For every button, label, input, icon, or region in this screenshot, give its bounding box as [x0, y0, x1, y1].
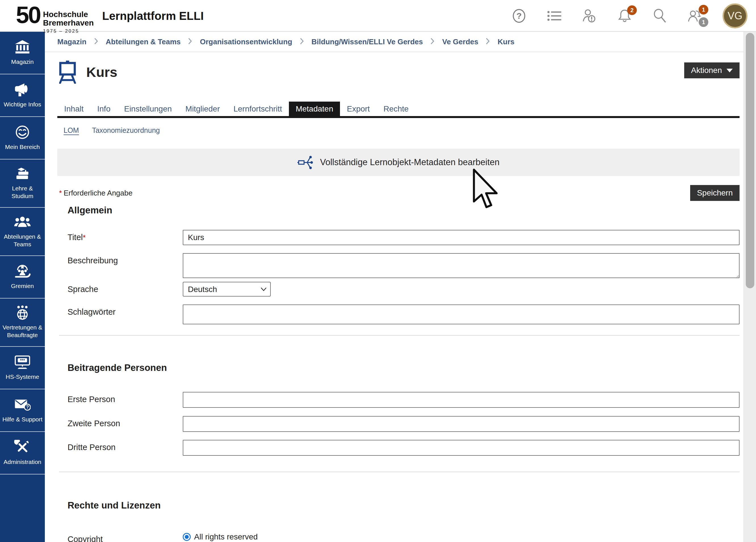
required-marker: * [83, 233, 86, 242]
section-divider [59, 335, 740, 336]
sidebar: Magazin Wichtige Infos Mein [0, 32, 45, 542]
sidebar-item-mein-bereich[interactable]: Mein Bereich [0, 117, 45, 159]
contacts-badge-bottom: 1 [699, 17, 708, 27]
chevron-right-icon [486, 37, 490, 46]
sidebar-item-lehre-studium[interactable]: Lehre & Studium [0, 159, 45, 208]
app-title: Lernplattform ELLI [102, 10, 204, 22]
books-icon [14, 166, 31, 181]
logo-years: 1975 – 2025 [43, 28, 94, 34]
contacts-badge-top: 1 [699, 5, 708, 14]
sidebar-item-gremien[interactable]: Gremien [0, 256, 45, 299]
page-title-row: Kurs Aktionen [57, 59, 740, 85]
tab-export[interactable]: Export [340, 102, 377, 116]
course-easel-icon [58, 60, 77, 84]
tab-bar: Inhalt Info Einstellungen Mitglieder Ler… [57, 102, 740, 118]
tab-info[interactable]: Info [91, 102, 117, 116]
page-content: Kurs Aktionen Inhalt Info Einstellungen … [45, 59, 744, 542]
beschreibung-textarea[interactable] [183, 253, 740, 278]
zweite-person-input[interactable] [183, 416, 740, 432]
notifications-badge: 2 [627, 5, 637, 15]
user-status-icon[interactable] [582, 8, 597, 24]
sidebar-item-abteilungen-teams[interactable]: Abteilungen & Teams [0, 208, 45, 256]
sidebar-item-vertretungen[interactable]: Vertretungen & Beauftragte [0, 299, 45, 347]
chevron-right-icon [430, 37, 435, 46]
logo-line1: Hochschule [43, 10, 94, 19]
page-title: Kurs [86, 64, 117, 80]
save-button[interactable]: Speichern [690, 185, 740, 201]
chevron-right-icon [300, 37, 304, 46]
dritte-person-input[interactable] [183, 440, 740, 456]
vertical-scrollbar[interactable] [744, 32, 756, 542]
section-heading-allgemein: Allgemein [68, 205, 740, 217]
form-row-beschreibung: Beschreibung [68, 253, 740, 279]
erste-person-label: Erste Person [68, 392, 183, 408]
metadata-tree-icon [297, 155, 314, 170]
copyright-radio[interactable] [183, 533, 191, 541]
form-row-erste-person: Erste Person [68, 392, 740, 408]
breadcrumb: Magazin Abteilungen & Teams Organisation… [45, 32, 744, 52]
subtab-taxonomiezuordnung[interactable]: Taxonomiezuordnung [92, 126, 160, 135]
people-group-icon [14, 215, 31, 229]
sidebar-item-administration[interactable]: Administration [0, 432, 45, 474]
breadcrumb-item[interactable]: Magazin [57, 37, 87, 46]
subtab-lom[interactable]: LOM [64, 126, 79, 135]
sidebar-item-magazin[interactable]: Magazin [0, 32, 45, 74]
caret-down-icon [726, 69, 733, 72]
svg-text:***: *** [20, 358, 25, 363]
breadcrumb-item[interactable]: Kurs [497, 37, 514, 46]
copyright-option-label: All rights reserved [194, 532, 258, 541]
logo-line2: Bremerhaven [43, 19, 94, 27]
search-icon[interactable] [652, 8, 667, 24]
list-icon[interactable] [547, 8, 562, 24]
smiley-icon [14, 125, 31, 140]
avatar[interactable]: VG [723, 3, 747, 28]
breadcrumb-item[interactable]: Bildung/Wissen/ELLI Ve Gerdes [312, 37, 423, 46]
titel-label: Titel* [68, 230, 183, 245]
form-row-sprache: Sprache Deutsch [68, 282, 740, 297]
main-content: Magazin Abteilungen & Teams Organisation… [45, 32, 744, 542]
screen: 50 Hochschule Bremerhaven 1975 – 2025 Le… [0, 0, 756, 542]
svg-text:?: ? [26, 404, 29, 409]
schlagwoerter-label: Schlagwörter [68, 304, 183, 324]
mail-question-icon: ? [14, 397, 31, 412]
tab-einstellungen[interactable]: Einstellungen [117, 102, 179, 116]
sidebar-item-wichtige-infos[interactable]: Wichtige Infos [0, 74, 45, 117]
top-bar: 50 Hochschule Bremerhaven 1975 – 2025 Le… [0, 0, 756, 32]
beschreibung-label: Beschreibung [68, 253, 183, 279]
titel-input[interactable] [183, 230, 740, 245]
svg-text:?: ? [516, 11, 522, 20]
section-heading-rechte: Rechte und Lizenzen [68, 500, 740, 512]
tab-inhalt[interactable]: Inhalt [57, 102, 91, 116]
schlagwoerter-input[interactable] [183, 304, 740, 324]
dritte-person-label: Dritte Person [68, 440, 183, 456]
sprache-select[interactable]: Deutsch [183, 282, 271, 297]
university-logo[interactable]: 50 Hochschule Bremerhaven 1975 – 2025 [16, 3, 94, 34]
breadcrumb-item[interactable]: Ve Gerdes [442, 37, 478, 46]
required-hint: *Erforderliche Angabe [59, 189, 133, 198]
scrollbar-thumb[interactable] [746, 33, 754, 288]
sidebar-item-hs-systeme[interactable]: *** HS-Systeme [0, 347, 45, 389]
bell-icon[interactable]: 2 [617, 8, 632, 24]
sidebar-item-hilfe-support[interactable]: ? Hilfe & Support [0, 389, 45, 432]
breadcrumb-item[interactable]: Abteilungen & Teams [106, 37, 181, 46]
help-icon[interactable]: ? [511, 8, 527, 24]
form-row-titel: Titel* [68, 230, 740, 245]
tab-rechte[interactable]: Rechte [377, 102, 415, 116]
actions-button[interactable]: Aktionen [684, 62, 740, 78]
tab-mitglieder[interactable]: Mitglieder [179, 102, 226, 116]
subtab-bar: LOM Taxonomiezuordnung [57, 125, 740, 135]
monitor-icon: *** [14, 355, 31, 369]
globe-people-icon [14, 305, 31, 320]
tools-icon [14, 440, 31, 455]
zweite-person-label: Zweite Person [68, 416, 183, 432]
tab-metadaten[interactable]: Metadaten [289, 102, 340, 116]
erste-person-input[interactable] [183, 392, 740, 408]
form-action-row: *Erforderliche Angabe Speichern [57, 185, 740, 201]
form-row-schlagwoerter: Schlagwörter [68, 304, 740, 324]
breadcrumb-item[interactable]: Organisationsentwicklung [200, 37, 292, 46]
contacts-icon[interactable]: 1 1 [687, 8, 703, 24]
tab-lernfortschritt[interactable]: Lernfortschritt [227, 102, 289, 116]
edit-full-metadata-banner[interactable]: Vollständige Lernobjekt-Metadaten bearbe… [57, 149, 740, 176]
banner-label: Vollständige Lernobjekt-Metadaten bearbe… [320, 157, 500, 167]
form-row-dritte-person: Dritte Person [68, 440, 740, 456]
